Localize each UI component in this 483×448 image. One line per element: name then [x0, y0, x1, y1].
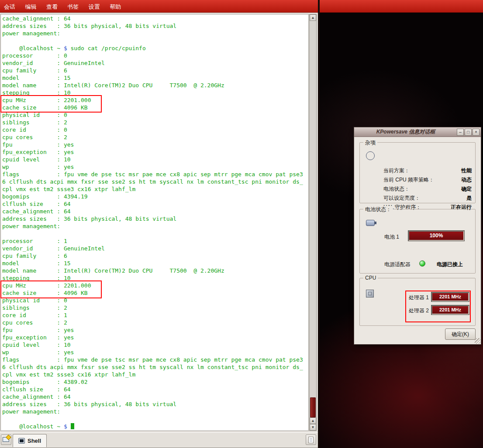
cpu-group: CPU 处理器 1 2201 MHz 处理器 2 2201 MHz — [359, 278, 476, 326]
terminal-line: cpu MHz : 2201.000 — [2, 96, 303, 104]
terminal-line: power management: — [2, 408, 303, 415]
terminal-line: cpuid level : 10 — [2, 156, 303, 163]
terminal-line: bogomips : 4394.19 — [2, 193, 303, 200]
close-button[interactable]: × — [473, 129, 480, 136]
terminal-line: siblings : 2 — [2, 119, 303, 126]
terminal-line: cpu family : 6 — [2, 67, 303, 74]
terminal-line: 6 clflush dts acpi mmx fxsr sse sse2 ss … — [2, 178, 303, 185]
misc-value: 是 — [466, 195, 472, 204]
terminal-line: bogomips : 4389.02 — [2, 378, 303, 386]
terminal-line: cpuid level : 10 — [2, 341, 303, 349]
dialog-titlebar[interactable]: KPowersave 信息对话框 – □ × — [354, 127, 481, 137]
terminal-line: address sizes : 36 bits physical, 48 bit… — [2, 22, 303, 30]
menu-view[interactable]: 查看 — [42, 0, 62, 11]
terminal-line: cpl vmx est tm2 ssse3 cx16 xtpr lahf_lm — [2, 185, 303, 193]
misc-row: 当前 CPU 频率策略： 动态 — [383, 176, 472, 185]
terminal-line: flags : fpu vme de pse tsc msr pae mce c… — [2, 356, 303, 363]
terminal-cursor — [71, 423, 74, 429]
terminal-line: physical id : 0 — [2, 297, 303, 304]
menu-edit[interactable]: 编辑 — [21, 0, 40, 11]
ok-button[interactable]: 确定(K) — [445, 328, 476, 340]
window-divider — [318, 0, 320, 448]
terminal-scrollbar[interactable]: ▲ ▲ ▼ — [309, 14, 317, 431]
scroll-up-icon[interactable]: ▲ — [310, 14, 316, 21]
misc-label: 可以设定亮度： — [383, 195, 420, 204]
tab-shell-label: Shell — [28, 438, 41, 444]
terminal-line: clflush size : 64 — [2, 386, 303, 393]
terminal-menubar: 会话 编辑 查看 书签 设置 帮助 — [0, 0, 483, 13]
menu-bookmarks[interactable]: 书签 — [63, 0, 83, 11]
terminal-line: wp : yes — [2, 163, 303, 171]
terminal-line: cpu cores : 2 — [2, 133, 303, 141]
misc-rows: 当前方案： 性能 当前 CPU 频率策略： 动态 电池状态： 确定 可以设定亮度… — [383, 167, 472, 213]
terminal-line: address sizes : 36 bits physical, 48 bit… — [2, 215, 303, 222]
dialog-title: KPowersave 信息对话框 — [355, 128, 456, 136]
processor-2-freq-bar: 2201 MHz — [431, 305, 469, 315]
terminal-line: power management: — [2, 222, 303, 230]
terminal-line: stepping : 10 — [2, 89, 303, 96]
cpu-icon — [366, 290, 374, 298]
terminal-line: cpu family : 6 — [2, 252, 303, 260]
terminal-line — [2, 37, 303, 44]
terminal-line: cpu MHz : 2201.000 — [2, 282, 303, 289]
terminal-line — [2, 230, 303, 237]
terminal-line: core id : 1 — [2, 311, 303, 319]
terminal-line: processor : 0 — [2, 52, 303, 59]
desktop: 会话 编辑 查看 书签 设置 帮助 cache_alignment : 64ad… — [0, 0, 483, 448]
terminal-line: cache size : 4096 KB — [2, 289, 303, 297]
processor-2-freq: 2201 MHz — [439, 307, 461, 312]
misc-row: 当前方案： 性能 — [383, 167, 472, 176]
terminal-line: address sizes : 36 bits physical, 48 bit… — [2, 400, 303, 408]
terminal-line: fpu_exception : yes — [2, 334, 303, 341]
misc-value: 动态 — [461, 176, 472, 185]
terminal-line: model : 15 — [2, 74, 303, 82]
terminal-line: fpu_exception : yes — [2, 148, 303, 156]
terminal-line: flags : fpu vme de pse tsc msr pae mce c… — [2, 171, 303, 178]
maximize-button[interactable]: □ — [465, 129, 472, 136]
terminal-line: vendor_id : GenuineIntel — [2, 245, 303, 252]
shell-icon — [18, 438, 25, 444]
scroll-down-icon[interactable]: ▼ — [310, 424, 316, 431]
terminal-line: clflush size : 64 — [2, 200, 303, 208]
battery-group-title: 电池状态： — [363, 206, 393, 213]
terminal-line: fpu : yes — [2, 326, 303, 334]
terminal-line: cpu cores : 2 — [2, 319, 303, 326]
menu-help[interactable]: 帮助 — [106, 0, 125, 11]
terminal-line: wp : yes — [2, 349, 303, 356]
adapter-label: 电源适配器 — [384, 261, 411, 268]
terminal-line: cache_alignment : 64 — [2, 15, 303, 22]
misc-group-title: 杂项 — [363, 139, 377, 147]
new-session-button[interactable] — [1, 434, 11, 445]
misc-label: 当前 CPU 频率策略： — [383, 176, 434, 185]
session-list-icon — [308, 437, 314, 443]
cpu-group-title: CPU — [363, 275, 378, 281]
terminal-line: core id : 0 — [2, 126, 303, 133]
menu-settings[interactable]: 设置 — [85, 0, 104, 11]
menu-session[interactable]: 会话 — [0, 0, 19, 11]
battery-icon — [366, 220, 375, 226]
resize-grip[interactable] — [475, 338, 480, 344]
terminal-line: @localhost ~ $ sudo cat /proc/cpuinfo — [2, 44, 303, 52]
processor-1-freq: 2201 MHz — [439, 294, 461, 299]
adapter-status: 电源已接上 — [437, 261, 463, 268]
terminal-line: processor : 1 — [2, 237, 303, 245]
misc-value: 确定 — [461, 185, 472, 195]
minimize-button[interactable]: – — [457, 129, 464, 136]
scrollbar-thumb[interactable] — [310, 397, 316, 417]
battery-group: 电池状态： 电池 1 100% 电源适配器 电源已接上 — [359, 209, 476, 274]
misc-label: 当前方案： — [383, 167, 410, 176]
misc-row: 可以设定亮度： 是 — [383, 195, 472, 204]
tab-shell[interactable]: Shell — [13, 434, 47, 447]
terminal-line: stepping : 10 — [2, 274, 303, 282]
new-session-icon — [3, 437, 9, 442]
processor-1-label: 处理器 1 — [409, 294, 429, 301]
terminal-lines: cache_alignment : 64address sizes : 36 b… — [2, 15, 303, 430]
terminal-line: siblings : 2 — [2, 304, 303, 311]
terminal-line: model : 15 — [2, 260, 303, 267]
session-list-button[interactable] — [306, 434, 316, 445]
battery-percent: 100% — [430, 233, 443, 239]
misc-value: 性能 — [461, 167, 472, 176]
terminal-output[interactable]: cache_alignment : 64address sizes : 36 b… — [0, 14, 309, 431]
misc-group: 杂项 当前方案： 性能 当前 CPU 频率策略： 动态 电池状态： 确定 可以设… — [359, 142, 476, 203]
scroll-up-icon[interactable]: ▲ — [310, 417, 316, 424]
